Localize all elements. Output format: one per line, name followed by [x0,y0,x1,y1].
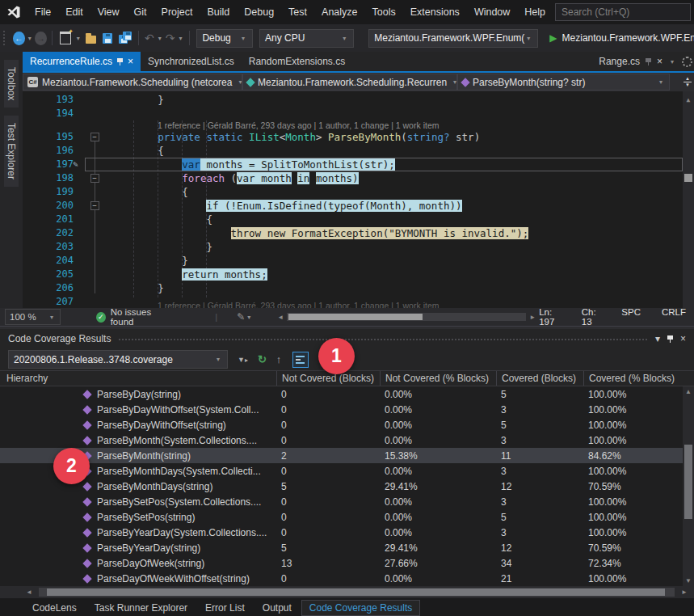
scrollbar-thumb[interactable] [288,314,423,320]
scroll-up-icon[interactable]: ▲ [683,93,694,107]
scrollbar-thumb[interactable] [684,174,692,182]
bottom-tab-error-list[interactable]: Error List [197,600,253,616]
table-row[interactable]: ParseByYearDay(string)529.41%1270.59% [0,540,694,555]
search-input[interactable]: Search (Ctrl+Q) [555,3,691,21]
editor-horizontal-scrollbar[interactable]: ◄ ► [274,313,539,321]
close-tab-icon[interactable]: × [657,56,662,67]
document-tab[interactable]: RecurrenceRule.cs× [23,52,141,71]
document-tab[interactable]: RandomExtensions.cs [242,52,352,71]
code-line[interactable]: 193 } [23,93,694,107]
menu-item-tools[interactable]: Tools [365,6,403,18]
close-tab-icon[interactable]: × [128,56,133,67]
scrollbar-track[interactable] [39,588,675,597]
coverage-file-dropdown[interactable]: 20200806.1.Release..3748.coverage ▾ [8,350,228,369]
scroll-left-icon[interactable]: ◄ [274,314,287,321]
code-fix-icon[interactable]: ✎ [237,311,245,323]
code-line[interactable]: 201 { [23,213,694,226]
scroll-down-icon[interactable]: ▼ [683,577,694,584]
code-line[interactable]: 195− private static IList<Month> ParseBy… [23,130,694,144]
open-file-button[interactable] [86,36,96,44]
table-row[interactable]: ParseDayOfWeek(string)1327.66%3472.34% [0,555,694,571]
menu-item-view[interactable]: View [90,6,127,18]
tab-list-dropdown-icon[interactable]: ▾ [668,58,676,65]
new-project-dropdown-icon[interactable]: ▾ [74,35,82,42]
toolbar-grip[interactable] [3,31,8,45]
breadcrumb-type-dropdown[interactable]: Meziantou.Framework.Scheduling.Recurren … [242,74,457,91]
solution-configuration-dropdown[interactable]: Debug ▾ [196,29,253,48]
table-row[interactable]: ParseDayOfWeekWithOffset(string)00.00%21… [0,571,694,586]
code-editor[interactable]: 193 }1941 reference | Gérald Barré, 293 … [23,91,694,308]
menu-item-project[interactable]: Project [154,6,200,18]
column-header-v1[interactable]: Not Covered (% Blocks) [380,371,496,386]
scrollbar-track[interactable] [287,313,526,321]
navigate-back-dropdown-icon[interactable]: ▾ [26,35,34,42]
column-header-v3[interactable]: Covered (% Blocks) [583,371,694,386]
start-debugging-button[interactable]: ▶ [549,32,557,44]
editor-vertical-scrollbar[interactable]: ▲ [683,91,694,308]
close-panel-icon[interactable]: × [680,333,686,344]
gear-icon[interactable] [682,57,692,67]
table-row[interactable]: ParseByDayWithOffset(string)00.00%5100.0… [0,417,694,432]
solution-platform-dropdown[interactable]: Any CPU ▾ [259,29,354,48]
menu-item-debug[interactable]: Debug [237,6,281,18]
fold-collapse-icon[interactable]: − [90,174,99,183]
redo-dropdown-icon[interactable]: ▾ [177,35,185,42]
menu-item-test[interactable]: Test [281,6,314,18]
code-line[interactable]: 205 return months; [23,268,694,281]
menu-item-edit[interactable]: Edit [58,6,90,18]
bottom-tab-codelens[interactable]: CodeLens [24,600,85,616]
code-line[interactable]: 206 } [23,281,694,295]
navigate-back-button[interactable]: ← [13,32,25,45]
save-all-button[interactable] [119,32,131,44]
column-header-v0[interactable]: Not Covered (Blocks) [276,371,380,386]
table-row[interactable]: ParseByMonth(System.Collections....00.00… [0,432,694,448]
table-row[interactable]: ParseByDay(string)00.00%5100.00% [0,386,694,402]
pin-tab-icon[interactable] [117,58,123,65]
fold-collapse-icon[interactable]: − [90,201,99,210]
breadcrumb-project-dropdown[interactable]: C# Meziantou.Framework.Scheduling (netco… [23,74,242,91]
export-results-button[interactable]: ↑ [276,353,282,365]
merge-results-button[interactable]: ↻ [258,353,267,365]
code-line[interactable]: 198− foreach (var month in months) [23,171,694,185]
menu-item-file[interactable]: File [27,6,58,18]
table-row[interactable]: ParseBySetPos(System.Collections....00.0… [0,494,694,509]
side-tab-test-explorer[interactable]: Test Explorer [4,116,19,187]
code-line[interactable]: 203 } [23,240,694,254]
chevron-down-icon[interactable]: ▾ [245,314,253,321]
table-row[interactable]: ParseByDayWithOffset(System.Coll...00.00… [0,402,694,417]
side-tab-toolbox[interactable]: Toolbox [4,60,19,108]
window-position-dropdown-icon[interactable]: ▾ [655,333,660,344]
scrollbar-thumb[interactable] [47,589,665,596]
startup-project-dropdown[interactable]: Meziantou.Framework.WPF.Enum( ▾ [368,29,538,48]
coverage-table-header[interactable]: HierarchyNot Covered (Blocks)Not Covered… [0,370,694,386]
undo-dropdown-icon[interactable]: ▾ [156,35,164,42]
redo-button[interactable]: ↷ [166,32,175,44]
table-row[interactable]: ParseByYearDay(System.Collections....00.… [0,525,694,540]
table-row[interactable]: ParseByMonthDays(string)529.41%1270.59% [0,479,694,494]
bottom-tab-code-coverage-results[interactable]: Code Coverage Results [301,600,420,616]
menu-item-window[interactable]: Window [467,6,517,18]
code-line[interactable]: 204 } [23,254,694,268]
bottom-tab-task-runner-explorer[interactable]: Task Runner Explorer [86,600,196,616]
code-line[interactable]: 202 throw new FormatException("BYMONTH i… [23,226,694,240]
import-results-button[interactable]: ▼ [238,356,248,364]
run-target-label[interactable]: Meziantou.Framework.WPF.Enum [562,32,694,44]
menu-item-help[interactable]: Help [517,6,553,18]
menu-item-build[interactable]: Build [200,6,237,18]
scroll-left-icon[interactable]: ◄ [23,589,36,596]
save-button[interactable] [103,33,112,44]
table-row[interactable]: ParseByMonthDays(System.Collecti...00.00… [0,463,694,479]
new-project-button[interactable] [60,32,71,44]
fold-collapse-icon[interactable]: − [90,133,99,141]
menu-item-analyze[interactable]: Analyze [314,6,364,18]
scroll-right-icon[interactable]: ► [526,314,539,321]
menu-item-extensions[interactable]: Extensions [403,6,467,18]
table-horizontal-scrollbar[interactable]: ◄ ► [0,586,694,598]
code-line[interactable]: 199 { [23,185,694,199]
code-line[interactable]: 197✎ var months = SplitToMonthList(str); [23,158,694,171]
scroll-up-icon[interactable]: ▲ [683,388,694,395]
menu-item-git[interactable]: Git [127,6,154,18]
split-editor-handle[interactable]: ▲▼ [681,77,694,87]
navigate-forward-button[interactable]: → [35,32,47,45]
scroll-right-icon[interactable]: ► [678,589,691,596]
